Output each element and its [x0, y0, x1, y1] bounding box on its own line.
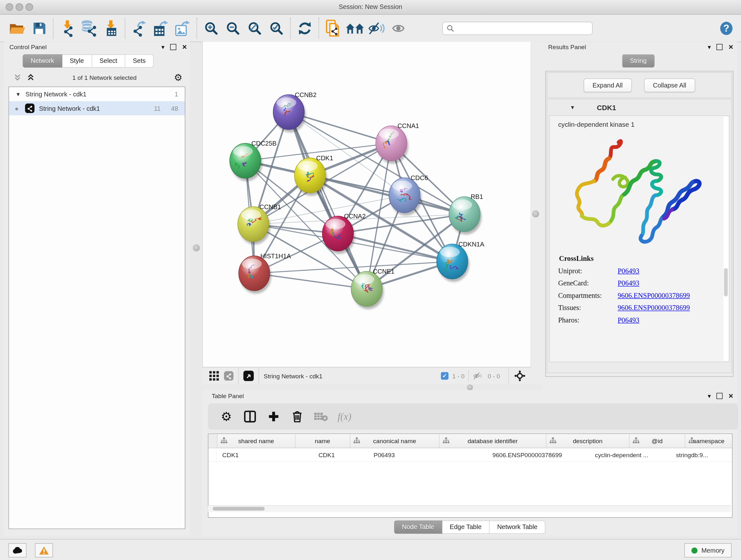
- search-input[interactable]: [457, 24, 589, 32]
- help-button[interactable]: ?: [716, 17, 737, 39]
- column-header-name[interactable]: name: [295, 434, 350, 448]
- section-collapse-triangle-icon[interactable]: ▼: [570, 105, 575, 110]
- expand-all-button[interactable]: Expand All: [584, 78, 632, 92]
- crosslink-pharos[interactable]: P06493: [617, 316, 639, 324]
- float-panel-icon[interactable]: [717, 393, 723, 399]
- tab-node-table[interactable]: Node Table: [394, 520, 442, 534]
- splitter-handle[interactable]: [467, 384, 473, 390]
- column-header-shared-name[interactable]: shared name: [217, 434, 295, 448]
- import-network-from-database-button[interactable]: [78, 17, 100, 39]
- collapse-all-button[interactable]: Collapse All: [644, 78, 695, 92]
- network-node-CDK1[interactable]: CDK1: [294, 154, 333, 196]
- network-row[interactable]: ● String Network - cdk1 11 48: [9, 101, 185, 115]
- column-header-description[interactable]: description: [546, 434, 630, 448]
- string-home-button[interactable]: [344, 17, 366, 39]
- collapse-all-icon[interactable]: [13, 73, 22, 82]
- zoom-selected-button[interactable]: [266, 17, 287, 39]
- close-panel-icon[interactable]: ✕: [728, 392, 733, 399]
- crosslink-tissues[interactable]: 9606.ENSP00000378699: [617, 304, 690, 312]
- gene-section-header[interactable]: ▼ CDK1: [547, 99, 732, 115]
- column-header-id[interactable]: @id: [630, 434, 685, 448]
- edge-CDK1-RB1[interactable]: [310, 175, 464, 214]
- zoom-fit-button[interactable]: [244, 17, 266, 39]
- network-graph[interactable]: CCNB2CCNA1CDC25BCDK1CDC6RB1CCNB1CCNA2CDK…: [203, 42, 531, 367]
- panel-menu-icon[interactable]: ▾: [708, 392, 711, 399]
- memory-button[interactable]: Memory: [684, 543, 732, 557]
- duplicate-network-button[interactable]: [322, 17, 344, 39]
- export-network-button[interactable]: [129, 17, 150, 39]
- export-table-button[interactable]: [150, 17, 172, 39]
- network-node-CCNE1[interactable]: CCNE1: [351, 268, 394, 309]
- table-row[interactable]: CDK1 CDK1 P06493 9606.ENSP00000378699 cy…: [208, 448, 732, 462]
- network-node-RB1[interactable]: RB1: [449, 193, 483, 234]
- network-node-HIST1H1A[interactable]: HIST1H1A: [239, 253, 291, 294]
- float-panel-icon[interactable]: [717, 44, 723, 50]
- import-network-from-file-button[interactable]: [57, 17, 78, 39]
- save-session-button[interactable]: [28, 17, 50, 39]
- table-settings-button[interactable]: ⚙: [214, 406, 238, 427]
- cell-description[interactable]: cyclin-dependent ...: [590, 448, 670, 461]
- cell-namespace[interactable]: stringdb: [726, 448, 732, 461]
- selected-checkbox-icon[interactable]: ✓: [441, 372, 449, 380]
- column-header-canonical-name[interactable]: canonical name: [350, 434, 440, 448]
- column-header-database-identifier[interactable]: database identifier: [440, 434, 546, 448]
- zoom-out-button[interactable]: [222, 17, 244, 39]
- network-node-CDKN1A[interactable]: CDKN1A: [436, 241, 484, 282]
- tab-string[interactable]: String: [622, 54, 655, 67]
- birds-eye-view-icon[interactable]: [244, 371, 254, 381]
- gear-icon[interactable]: ⚙: [174, 72, 183, 83]
- network-node-CCNB2[interactable]: CCNB2: [273, 91, 317, 132]
- refresh-button[interactable]: [294, 17, 316, 39]
- network-node-CCNA1[interactable]: CCNA1: [376, 122, 419, 164]
- network-node-CCNA2[interactable]: CCNA2: [322, 212, 366, 254]
- expand-all-icon[interactable]: [26, 73, 35, 82]
- tab-sets[interactable]: Sets: [125, 54, 154, 67]
- open-session-button[interactable]: [7, 17, 28, 39]
- results-panel-splitter[interactable]: [530, 42, 543, 384]
- cell-name[interactable]: CDK1: [293, 448, 368, 461]
- close-panel-icon[interactable]: ✕: [182, 44, 187, 51]
- show-columns-button[interactable]: [238, 406, 262, 427]
- cell-id[interactable]: stringdb:9...: [670, 448, 726, 461]
- crosslink-compartments[interactable]: 9606.ENSP00000378699: [617, 292, 690, 300]
- tab-style[interactable]: Style: [62, 54, 92, 67]
- network-canvas[interactable]: CCNB2CCNA1CDC25BCDK1CDC6RB1CCNB1CCNA2CDK…: [202, 42, 531, 367]
- table-horizontal-scrollbar[interactable]: [208, 505, 731, 512]
- column-header-namespace[interactable]: namespace: [685, 434, 732, 448]
- cell-shared-name[interactable]: CDK1: [217, 448, 293, 461]
- float-panel-icon[interactable]: [170, 44, 176, 50]
- hide-unselected-button[interactable]: [366, 17, 387, 39]
- network-node-CDC6[interactable]: CDC6: [389, 174, 428, 215]
- tab-edge-table[interactable]: Edge Table: [442, 520, 490, 534]
- panel-menu-icon[interactable]: ▾: [708, 44, 711, 51]
- collapse-triangle-icon[interactable]: ▼: [16, 91, 21, 97]
- edge-CCNB2-CCNE1[interactable]: [289, 112, 367, 289]
- cloud-status-button[interactable]: [9, 543, 26, 557]
- network-collection-row[interactable]: ▼ String Network - cdk1 1: [9, 87, 185, 101]
- zoom-in-button[interactable]: [200, 17, 222, 39]
- import-table-from-file-button[interactable]: [100, 17, 122, 39]
- control-panel-splitter-handle[interactable]: [193, 245, 200, 252]
- crosslink-genecard[interactable]: P06493: [617, 279, 639, 287]
- fit-selected-move-icon[interactable]: [514, 370, 526, 382]
- add-column-button[interactable]: [262, 406, 285, 427]
- panel-menu-icon[interactable]: ▾: [161, 44, 165, 51]
- tab-network-table[interactable]: Network Table: [489, 520, 545, 534]
- scrollbar-thumb[interactable]: [212, 507, 265, 510]
- results-scrollbar[interactable]: [724, 117, 728, 361]
- tab-select[interactable]: Select: [92, 54, 125, 67]
- warning-button[interactable]: [35, 543, 53, 557]
- scrollbar-thumb[interactable]: [724, 268, 728, 297]
- cell-database-identifier[interactable]: 9606.ENSP00000378699: [455, 448, 589, 461]
- tab-network[interactable]: Network: [23, 54, 62, 67]
- delete-column-button[interactable]: [285, 406, 309, 427]
- network-view-icon[interactable]: [224, 371, 233, 381]
- toolbar-search[interactable]: [442, 21, 593, 35]
- splitter-handle[interactable]: [532, 210, 539, 217]
- grid-view-icon[interactable]: [209, 371, 219, 381]
- close-panel-icon[interactable]: ✕: [728, 44, 733, 51]
- show-all-button[interactable]: [387, 17, 409, 39]
- cell-canonical-name[interactable]: P06493: [368, 448, 455, 461]
- export-image-button[interactable]: [172, 17, 194, 39]
- crosslink-uniprot[interactable]: P06493: [617, 267, 639, 275]
